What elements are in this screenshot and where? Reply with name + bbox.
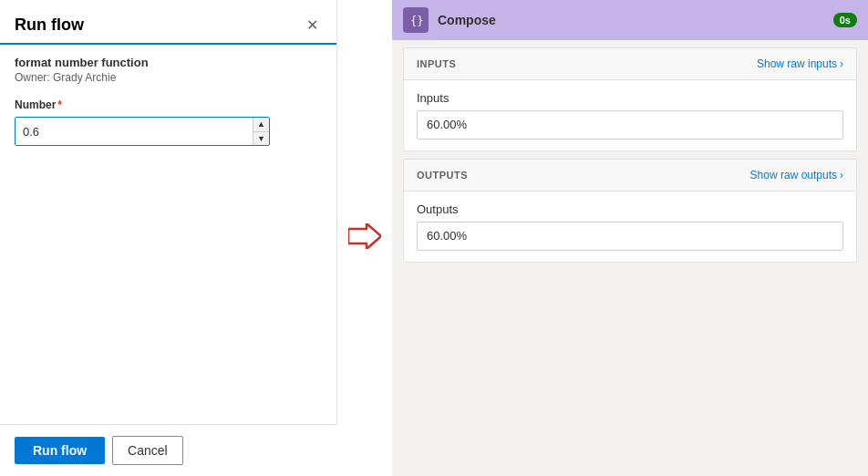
chevron-right-outputs-icon: › <box>840 169 843 181</box>
inputs-card: INPUTS Show raw inputs › Inputs 60.00% <box>403 47 857 151</box>
outputs-title: OUTPUTS <box>417 170 468 181</box>
duration-badge: 0s <box>833 13 857 27</box>
panel-footer: Run flow Cancel <box>0 424 337 476</box>
spinner-down-icon: ▼ <box>257 134 265 143</box>
spinner-down-button[interactable]: ▼ <box>253 132 269 146</box>
spinner-up-icon: ▲ <box>257 119 265 129</box>
panel-content: format number function Owner: Grady Arch… <box>0 45 336 476</box>
show-raw-inputs-label: Show raw inputs <box>757 57 837 70</box>
close-button[interactable]: ✕ <box>303 15 322 36</box>
outputs-value-box: 60.00% <box>417 222 843 251</box>
svg-text:{}: {} <box>410 15 423 27</box>
svg-marker-0 <box>348 223 381 249</box>
compose-header: {} Compose 0s <box>392 0 868 40</box>
inputs-title: INPUTS <box>417 58 456 69</box>
arrow-area <box>337 0 392 476</box>
panel-title: Run flow <box>15 16 84 35</box>
outputs-section-header: OUTPUTS Show raw outputs › <box>404 160 856 191</box>
show-raw-outputs-link[interactable]: Show raw outputs › <box>750 169 843 181</box>
compose-title: Compose <box>438 13 857 27</box>
outputs-card: OUTPUTS Show raw outputs › Outputs 60.00… <box>403 159 857 263</box>
spinner-buttons: ▲ ▼ <box>253 118 269 145</box>
left-panel: Run flow ✕ format number function Owner:… <box>0 0 337 476</box>
inputs-value-box: 60.00% <box>417 110 843 140</box>
cancel-button[interactable]: Cancel <box>112 436 183 465</box>
flow-owner: Owner: Grady Archie <box>15 71 322 84</box>
number-input-wrapper: ▲ ▼ <box>15 117 270 146</box>
number-field-label: Number* <box>15 98 322 111</box>
flow-name: format number function <box>15 56 322 69</box>
inputs-field-label: Inputs <box>417 91 843 105</box>
inputs-section-header: INPUTS Show raw inputs › <box>404 48 856 80</box>
right-arrow-icon <box>348 223 381 254</box>
number-input[interactable] <box>16 118 253 145</box>
panel-header: Run flow ✕ <box>0 0 336 45</box>
close-icon: ✕ <box>306 16 318 34</box>
show-raw-outputs-label: Show raw outputs <box>750 169 837 181</box>
run-flow-button[interactable]: Run flow <box>15 437 105 464</box>
required-star: * <box>57 98 62 111</box>
chevron-right-icon: › <box>840 57 843 70</box>
show-raw-inputs-link[interactable]: Show raw inputs › <box>757 57 843 70</box>
right-panel: {} Compose 0s INPUTS Show raw inputs › I… <box>392 0 868 476</box>
spinner-up-button[interactable]: ▲ <box>253 118 269 132</box>
compose-icon: {} <box>403 7 429 33</box>
outputs-section-body: Outputs 60.00% <box>404 191 856 262</box>
outputs-field-label: Outputs <box>417 202 843 216</box>
inputs-section-body: Inputs 60.00% <box>404 80 856 150</box>
